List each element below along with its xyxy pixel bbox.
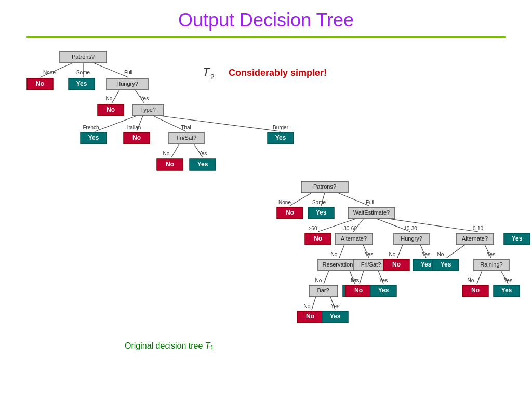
t2-none-label: None [43, 70, 56, 75]
t1-raining-yes-label: Yes [504, 277, 512, 283]
t2-hungry-no-label: No [106, 96, 113, 101]
t1-alt1-label: Alternate? [341, 235, 367, 242]
svg-line-17 [389, 219, 478, 232]
t1-yes-some-text: Yes [316, 209, 327, 216]
svg-line-30 [477, 271, 482, 284]
t1-none-label: None [278, 200, 291, 205]
t2-burger-label: Burger [273, 125, 289, 130]
t2-type-label: Type? [140, 107, 156, 113]
svg-line-8 [160, 116, 281, 131]
t2-frisat-label: Fri/Sat? [177, 135, 197, 141]
t1-yes-alt2no-text: Yes [441, 261, 451, 268]
t2-italian-label: Italian [127, 125, 141, 130]
t1-frisat2-yes-label: Yes [379, 277, 388, 283]
t2-frisat-yes-label: Yes [198, 151, 207, 156]
svg-line-11 [290, 193, 312, 206]
t1-raining-label: Raining? [480, 261, 502, 268]
svg-line-18 [339, 245, 344, 258]
t1-gt60-label: >60 [309, 225, 317, 231]
t1-alt1-yes-label: Yes [365, 251, 373, 257]
simpler-text: Considerably simpler! [229, 68, 327, 78]
t1-bar-no-label: No [304, 303, 311, 309]
t2-thai-label: Thai [181, 125, 191, 130]
t1-raining-no-label: No [468, 277, 474, 283]
t1-bar-yes-label: Yes [331, 303, 339, 309]
svg-line-20 [324, 271, 329, 284]
t2-some-label: Some [76, 70, 90, 75]
t2-label: T [203, 65, 210, 78]
t2-yes-burger-text: Yes [275, 134, 286, 141]
t2-no-italian-text: No [132, 134, 141, 141]
t1-no-bar-text: No [306, 313, 314, 320]
t1-patrons-label: Patrons? [313, 183, 336, 190]
t1-waitest-label: WaitEstimate? [353, 209, 390, 216]
t1-some-label: Some [312, 200, 326, 205]
t1-full-label: Full [366, 200, 374, 205]
t1-yes-010-text: Yes [512, 235, 523, 242]
t1-bar-label: Bar? [317, 287, 329, 294]
t2-hungry-label: Hungry? [116, 81, 138, 87]
svg-line-24 [360, 271, 364, 284]
t1-yes-bar-text: Yes [330, 313, 341, 320]
t1-frisat2-label: Fri/Sat? [361, 261, 381, 268]
t1-no-none-text: No [286, 209, 294, 216]
main-content: T 2 Considerably simpler! Patrons? None … [0, 42, 532, 397]
t1-alt1-no-label: No [331, 251, 338, 257]
t2-full-label: Full [124, 70, 132, 75]
t1-yes-hungry2-text: Yes [421, 261, 432, 268]
t2-no-frisat-text: No [166, 161, 174, 168]
page-title: Output Decision Tree [0, 0, 532, 36]
t1-3060-label: 30-60 [343, 225, 357, 231]
t2-yes-french-text: Yes [88, 134, 99, 141]
t2-hungry-yes-label: Yes [140, 96, 149, 101]
original-tree-label: Original decision tree T1 [125, 341, 214, 352]
t1-alt2-label: Alternate? [462, 235, 488, 242]
t2-yes-frisat-text: Yes [197, 161, 208, 168]
t2-french-label: French [83, 125, 99, 130]
t1-hungry2-yes-label: Yes [422, 251, 430, 257]
t1-res-label: Reservation? [323, 261, 356, 268]
svg-line-28 [447, 245, 465, 258]
green-divider [26, 36, 506, 38]
t1-1030-label: 10-30 [404, 225, 417, 231]
t1-no-hungry2-text: No [392, 261, 401, 268]
t1-alt2-no-label: No [437, 251, 444, 257]
svg-line-3 [112, 90, 119, 103]
svg-line-9 [171, 144, 179, 157]
t1-yes-frisat2-text: Yes [378, 287, 389, 294]
t1-no-gt60-text: No [314, 235, 322, 242]
t2-sub-label: 2 [210, 73, 215, 81]
t1-res-no-label: No [315, 277, 322, 283]
t1-frisat2-no-label: No [351, 277, 358, 283]
t2-no-text1: No [36, 80, 44, 87]
svg-line-13 [338, 193, 369, 206]
t1-hungry2-label: Hungry? [401, 235, 422, 242]
t2-yes-text1: Yes [76, 80, 87, 87]
t2-no-text2: No [107, 106, 115, 113]
t1-no-raining-text: No [471, 287, 480, 294]
t1-alt2-yes-label: Yes [487, 251, 495, 257]
svg-line-26 [397, 245, 403, 258]
t2-patrons-label: Patrons? [72, 54, 95, 60]
svg-line-2 [94, 63, 128, 77]
t2-frisat-no-label: No [163, 151, 170, 156]
t1-no-frisat2-text: No [354, 287, 363, 294]
t1-hungry2-no-label: No [389, 251, 396, 257]
svg-line-22 [312, 297, 316, 310]
t1-yes-raining-text: Yes [501, 287, 512, 294]
t1-010-label: 0-10 [473, 225, 483, 231]
